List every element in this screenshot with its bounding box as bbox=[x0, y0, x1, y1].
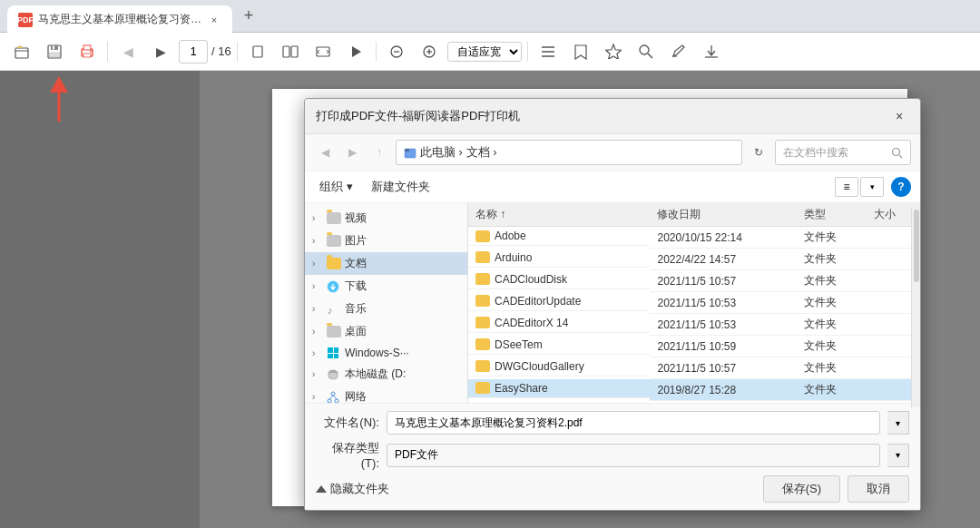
two-page-button[interactable] bbox=[276, 37, 305, 66]
table-row[interactable]: CADCloudDisk 2021/11/5 10:57 文件夹 bbox=[468, 270, 920, 292]
single-page-button[interactable] bbox=[243, 37, 272, 66]
forward-button[interactable]: ▶ bbox=[146, 37, 175, 66]
table-row[interactable]: FlashPrint 2022/3/15 20:30 文件夹 bbox=[468, 401, 920, 404]
tree-item-pictures[interactable]: › 图片 bbox=[305, 230, 467, 252]
cell-type: 文件夹 bbox=[797, 314, 867, 336]
help-button[interactable]: ? bbox=[891, 177, 911, 197]
save-action-button[interactable]: 保存(S) bbox=[763, 475, 840, 503]
table-row[interactable]: CADEditorX 14 2021/11/5 10:53 文件夹 bbox=[468, 314, 920, 336]
print-button[interactable] bbox=[73, 37, 102, 66]
refresh-button[interactable]: ↻ bbox=[748, 142, 769, 163]
hidden-folders-label: 隐藏文件夹 bbox=[330, 481, 389, 497]
table-row[interactable]: Arduino 2022/4/22 14:57 文件夹 bbox=[468, 249, 920, 270]
svg-rect-3 bbox=[53, 45, 54, 49]
cell-name: Adobe bbox=[468, 227, 650, 246]
cancel-action-button[interactable]: 取消 bbox=[848, 475, 909, 503]
svg-rect-9 bbox=[253, 46, 262, 57]
organize-button[interactable]: 组织 ▾ bbox=[314, 176, 358, 198]
list-view-button[interactable] bbox=[534, 37, 563, 66]
table-row[interactable]: DSeeTem 2021/11/5 10:59 文件夹 bbox=[468, 336, 920, 357]
filename-input[interactable] bbox=[387, 411, 880, 435]
cell-type: 文件夹 bbox=[797, 379, 867, 401]
forward-nav-button[interactable]: ▶ bbox=[341, 142, 363, 163]
tree-item-network[interactable]: › 网络 bbox=[305, 386, 467, 403]
save-dialog[interactable]: 打印成PDF文件-福昕阅读器PDF打印机 × ◀ ▶ ↑ 此电脑 › 文档 › … bbox=[304, 98, 921, 511]
svg-marker-45 bbox=[316, 485, 327, 493]
tree-item-documents[interactable]: › 文档 bbox=[305, 252, 467, 275]
zoom-in-button[interactable] bbox=[415, 37, 444, 66]
view-dropdown-button[interactable]: ▾ bbox=[860, 177, 884, 197]
file-list[interactable]: 名称 ↑ 修改日期 类型 大小 Adobe 2020/10/15 22:14 文… bbox=[468, 203, 920, 403]
table-row[interactable]: Adobe 2020/10/15 22:14 文件夹 bbox=[468, 227, 920, 249]
svg-point-41 bbox=[328, 399, 331, 403]
svg-point-40 bbox=[331, 392, 335, 396]
play-button[interactable] bbox=[341, 37, 370, 66]
tree-item-windows[interactable]: › Windows-S··· bbox=[305, 343, 467, 363]
windows-icon bbox=[327, 347, 339, 359]
download-icon bbox=[327, 280, 339, 293]
cell-name: FlashPrint bbox=[468, 401, 650, 404]
svg-rect-37 bbox=[328, 354, 333, 358]
col-date[interactable]: 修改日期 bbox=[650, 203, 797, 227]
footer-buttons: 保存(S) 取消 bbox=[763, 475, 909, 503]
svg-rect-0 bbox=[15, 48, 28, 58]
new-tab-button[interactable]: + bbox=[236, 4, 261, 29]
search-bar[interactable]: 在文档中搜索 bbox=[775, 140, 911, 165]
breadcrumb-text: 此电脑 › 文档 › bbox=[420, 144, 497, 161]
view-list-button[interactable]: ≡ bbox=[835, 177, 858, 197]
svg-rect-7 bbox=[83, 54, 91, 57]
svg-rect-30 bbox=[405, 149, 409, 152]
cell-name: Arduino bbox=[468, 249, 650, 268]
svg-rect-38 bbox=[334, 354, 338, 358]
zoom-select[interactable]: 自适应宽 75% 100% 125% 150% bbox=[447, 42, 522, 62]
open-file-button[interactable] bbox=[7, 37, 36, 66]
page-number-input[interactable]: 1 bbox=[179, 40, 208, 64]
table-row[interactable]: EasyShare 2019/8/27 15:28 文件夹 bbox=[468, 379, 920, 401]
back-button[interactable]: ◀ bbox=[113, 37, 142, 66]
dialog-scrollbar[interactable] bbox=[911, 208, 920, 407]
separator-2 bbox=[237, 42, 238, 62]
bookmark-button[interactable] bbox=[566, 37, 595, 66]
dialog-close-button[interactable]: × bbox=[889, 106, 909, 126]
col-type[interactable]: 类型 bbox=[797, 203, 867, 227]
hidden-folders-toggle[interactable]: 隐藏文件夹 bbox=[316, 481, 389, 497]
fit-page-button[interactable] bbox=[309, 37, 338, 66]
table-row[interactable]: CADEditorUpdate 2021/11/5 10:53 文件夹 bbox=[468, 292, 920, 314]
save-button[interactable] bbox=[40, 37, 69, 66]
svg-line-32 bbox=[899, 155, 902, 158]
network-icon bbox=[327, 391, 339, 404]
tab-close-button[interactable]: × bbox=[207, 13, 221, 27]
cell-type: 文件夹 bbox=[797, 270, 867, 292]
cell-name: EasyShare bbox=[468, 379, 650, 398]
table-row[interactable]: DWGCloudGallery 2021/11/5 10:57 文件夹 bbox=[468, 357, 920, 379]
star-button[interactable] bbox=[599, 37, 628, 66]
col-name[interactable]: 名称 ↑ bbox=[468, 203, 650, 227]
tree-item-localdisk[interactable]: › 本地磁盘 (D: bbox=[305, 363, 467, 386]
download-button[interactable] bbox=[697, 37, 726, 66]
tree-item-video[interactable]: › 视频 bbox=[305, 207, 467, 230]
tree-item-desktop[interactable]: › 桌面 bbox=[305, 320, 467, 343]
filetype-input[interactable] bbox=[387, 444, 880, 467]
cell-type: 文件夹 bbox=[797, 292, 867, 314]
svg-point-42 bbox=[335, 399, 338, 403]
search-button[interactable] bbox=[632, 37, 661, 66]
cell-name: CADEditorUpdate bbox=[468, 292, 650, 311]
filetype-dropdown[interactable]: ▾ bbox=[887, 444, 909, 467]
active-tab[interactable]: PDF 马克思主义基本原理概论复习资料2 × bbox=[7, 5, 232, 34]
music-icon: ♪ bbox=[327, 303, 339, 316]
zoom-out-button[interactable] bbox=[382, 37, 411, 66]
filename-dropdown[interactable]: ▾ bbox=[887, 411, 909, 435]
cell-date: 2021/11/5 10:59 bbox=[650, 336, 797, 357]
breadcrumb[interactable]: 此电脑 › 文档 › bbox=[396, 140, 742, 165]
new-folder-button[interactable]: 新建文件夹 bbox=[366, 176, 436, 198]
tree-item-music[interactable]: › ♪ 音乐 bbox=[305, 298, 467, 320]
folder-tree[interactable]: › 视频 › 图片 › 文档 › bbox=[305, 203, 468, 403]
filetype-label: 保存类型(T): bbox=[316, 440, 379, 470]
cell-type: 文件夹 bbox=[797, 336, 867, 357]
sign-button[interactable] bbox=[664, 37, 693, 66]
tree-item-downloads[interactable]: › 下载 bbox=[305, 275, 467, 298]
back-nav-button[interactable]: ◀ bbox=[314, 142, 336, 163]
cell-type: 文件夹 bbox=[797, 227, 867, 249]
up-nav-button[interactable]: ↑ bbox=[368, 142, 390, 163]
svg-marker-28 bbox=[50, 76, 68, 93]
